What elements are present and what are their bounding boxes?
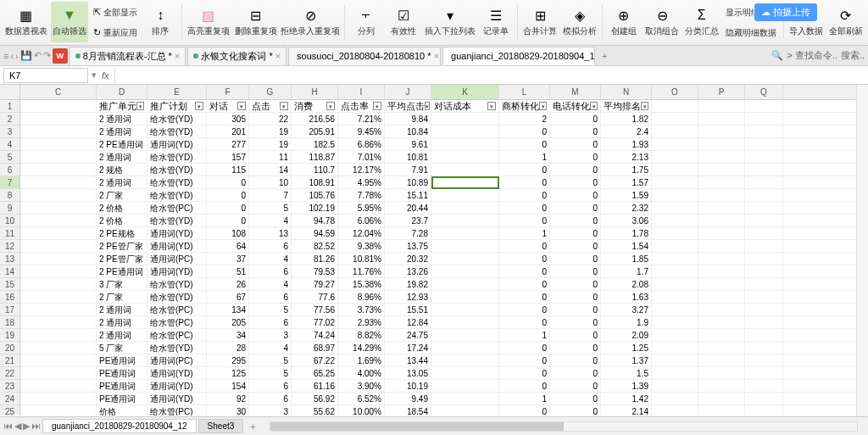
data-cell[interactable] [698,393,745,404]
data-cell[interactable] [20,380,97,392]
data-cell[interactable] [652,278,698,290]
data-cell[interactable]: 92 [207,393,249,404]
data-cell[interactable] [745,354,783,366]
data-cell[interactable]: 2 价格 [97,215,147,226]
back-icon[interactable]: ‹ [10,51,14,61]
data-cell[interactable]: 0 [550,240,601,252]
pivot-button[interactable]: ▦数据透视表 [3,2,49,42]
vertical-scrollbar[interactable] [856,85,868,416]
data-cell[interactable]: 2 规格 [97,164,147,176]
data-cell[interactable]: 118.87 [292,151,338,163]
fx-icon[interactable]: fx [97,70,114,81]
data-cell[interactable]: 277 [207,138,249,150]
data-cell[interactable]: 12.93 [385,291,431,303]
data-cell[interactable] [698,215,745,226]
header-cell[interactable]: 商桥转化▾ [499,100,550,112]
data-cell[interactable]: 2.14 [601,405,652,415]
data-cell[interactable] [431,367,499,379]
data-cell[interactable]: 125 [207,367,249,379]
data-cell[interactable] [652,215,698,226]
reapply-button[interactable]: ↻重新应用 [90,23,141,42]
whatif-button[interactable]: ◈模拟分析 [560,2,598,42]
data-cell[interactable]: 4 [249,253,292,265]
data-cell[interactable] [652,367,698,379]
data-cell[interactable]: 给水管(PC) [147,316,207,328]
data-cell[interactable]: 0 [499,278,550,290]
data-cell[interactable] [431,354,499,366]
data-cell[interactable]: 给水管(YD) [147,291,207,303]
data-cell[interactable] [745,304,783,315]
data-cell[interactable]: 34 [207,329,249,341]
data-cell[interactable]: 64 [207,240,249,252]
data-cell[interactable]: 给水管(YD) [147,342,207,354]
row-header[interactable]: 10 [0,215,19,227]
header-cell[interactable]: 对话▾ [207,100,249,112]
data-cell[interactable]: 0 [550,113,601,125]
data-cell[interactable]: 110.7 [292,164,338,176]
data-cell[interactable]: 0 [499,367,550,379]
data-cell[interactable] [431,316,499,328]
row-header[interactable]: 11 [0,227,19,240]
data-cell[interactable]: 6 [249,393,292,404]
data-cell[interactable] [20,354,97,366]
data-cell[interactable]: 0 [499,215,550,226]
data-cell[interactable]: 0 [550,265,601,277]
find-command-input[interactable]: > 查找命令.. [787,49,837,62]
row-header[interactable]: 9 [0,202,19,215]
data-cell[interactable]: 77.56 [292,304,338,315]
data-cell[interactable] [745,329,783,341]
data-cell[interactable]: 7.91 [385,164,431,176]
data-cell[interactable]: 154 [207,380,249,392]
data-cell[interactable] [431,291,499,303]
data-cell[interactable]: 5.95% [338,202,385,214]
data-cell[interactable] [745,405,783,415]
data-cell[interactable] [745,367,783,379]
data-cell[interactable] [698,138,745,150]
data-cell[interactable]: 1.59 [601,189,652,201]
data-cell[interactable] [652,291,698,303]
data-cell[interactable]: 65.25 [292,367,338,379]
data-cell[interactable] [652,113,698,125]
data-cell[interactable]: 108 [207,227,249,239]
data-cell[interactable]: 给水管(YD) [147,189,207,201]
data-cell[interactable]: 0 [550,342,601,354]
data-cell[interactable] [20,138,97,150]
data-cell[interactable]: 0 [499,164,550,176]
data-cell[interactable] [652,354,698,366]
col-header[interactable]: L [499,85,550,99]
filter-dropdown-icon[interactable]: ▾ [590,102,598,110]
data-cell[interactable]: 10.81 [385,151,431,163]
data-cell[interactable]: 0 [207,215,249,226]
data-cell[interactable]: 94.59 [292,227,338,239]
row-header[interactable]: 13 [0,253,19,265]
data-cell[interactable] [652,380,698,392]
row-header[interactable]: 7 [0,176,19,189]
data-cell[interactable]: 1.25 [601,342,652,354]
data-cell[interactable]: 5 厂家 [97,342,147,354]
row-header[interactable]: 18 [0,316,19,329]
menu-icon[interactable]: ≡ [3,51,8,61]
data-cell[interactable] [20,304,97,315]
data-cell[interactable]: 2 PE规格 [97,227,147,239]
data-cell[interactable] [698,265,745,277]
data-cell[interactable]: 216.56 [292,113,338,125]
data-cell[interactable]: 2.13 [601,151,652,163]
data-cell[interactable]: 0 [550,329,601,341]
data-cell[interactable]: 0 [550,380,601,392]
data-cell[interactable]: 2 PE通用词 [97,265,147,277]
data-cell[interactable]: 3.27 [601,304,652,315]
data-cell[interactable]: 4.00% [338,367,385,379]
data-cell[interactable]: 通用词(YD) [147,380,207,392]
data-cell[interactable] [698,113,745,125]
data-cell[interactable]: 4.95% [338,176,385,188]
data-cell[interactable]: 67 [207,291,249,303]
data-cell[interactable]: 1.57 [601,176,652,188]
data-cell[interactable]: 13 [249,227,292,239]
data-cell[interactable]: 2 PE管厂家 [97,253,147,265]
select-all-corner[interactable] [0,85,20,99]
data-cell[interactable]: 0 [499,291,550,303]
data-cell[interactable]: 通用词(YD) [147,240,207,252]
data-cell[interactable] [745,342,783,354]
data-cell[interactable]: 通用词(YD) [147,227,207,239]
data-cell[interactable] [698,342,745,354]
